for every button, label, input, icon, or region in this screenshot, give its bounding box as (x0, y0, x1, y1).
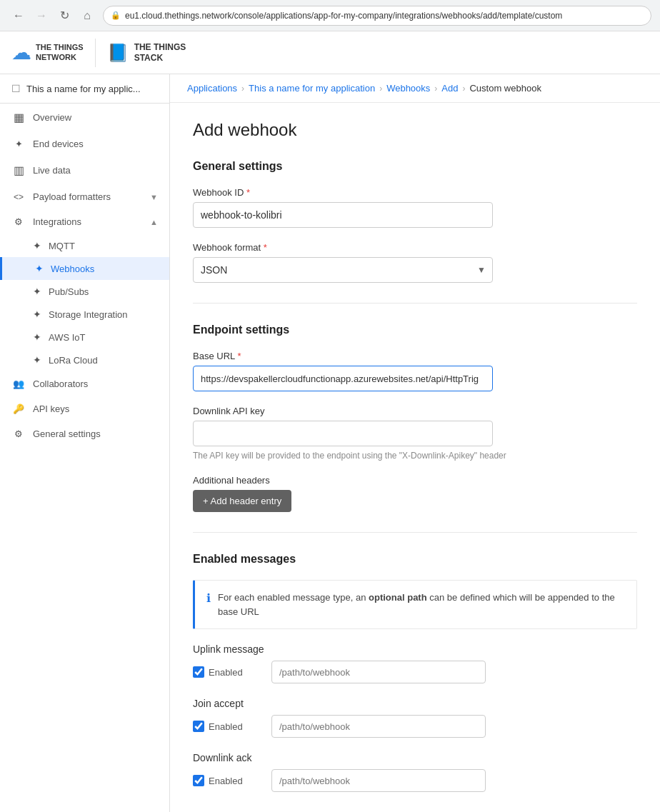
join-accept-enabled-label: Enabled (209, 721, 243, 732)
lock-icon: 🔒 (111, 11, 121, 20)
downlink-api-key-group: Downlink API key The API key will be pro… (193, 406, 637, 461)
sidebar-item-integrations[interactable]: ⚙ Integrations ▲ (0, 209, 169, 234)
integrations-sub-items: ✦ MQTT ✦ Webhooks ✦ Pub/Subs ✦ Storage I… (0, 234, 169, 371)
join-accept-label: Join accept (193, 698, 637, 709)
sidebar-item-overview[interactable]: ▦ Overview (0, 104, 169, 131)
uplink-enabled-checkbox[interactable] (193, 666, 204, 678)
integrations-chevron-icon: ▲ (150, 218, 158, 226)
breadcrumb-current: Custom webhook (469, 83, 541, 94)
sidebar-sub-item-storage-integration[interactable]: ✦ Storage Integration (0, 303, 169, 326)
uplink-enabled-label: Enabled (209, 667, 243, 678)
general-settings-icon: ⚙ (11, 428, 26, 439)
sidebar-payload-label: Payload formatters (33, 191, 111, 202)
join-accept-enabled-checkbox[interactable] (193, 721, 204, 732)
sidebar-item-payload-formatters[interactable]: <> Payload formatters ▼ (0, 184, 169, 209)
reload-button[interactable]: ↻ (54, 6, 74, 26)
url-bar[interactable]: 🔒 eu1.cloud.thethings.network/console/ap… (103, 6, 651, 26)
api-keys-label: API keys (33, 404, 69, 414)
additional-headers-label: Additional headers (193, 475, 637, 486)
webhook-format-select[interactable]: JSON Protocol Buffers (193, 257, 493, 283)
endpoint-settings-title: Endpoint settings (193, 324, 637, 336)
base-url-label: Base URL * (193, 351, 637, 361)
sidebar-sub-item-pubsubs[interactable]: ✦ Pub/Subs (0, 280, 169, 303)
breadcrumb-applications[interactable]: Applications (187, 83, 237, 94)
info-box: ℹ For each enabled message type, an opti… (193, 580, 637, 629)
webhook-id-group: Webhook ID * (193, 187, 637, 228)
sidebar-item-general-settings[interactable]: ⚙ General settings (0, 421, 169, 446)
sidebar-sub-item-webhooks[interactable]: ✦ Webhooks (0, 257, 169, 280)
breadcrumb-sep-1: › (241, 84, 244, 94)
downlink-ack-enabled-label: Enabled (209, 776, 243, 786)
ttn-logo: ☁ THE THINGS NETWORK (11, 41, 84, 64)
sidebar-sub-item-lora-cloud[interactable]: ✦ LoRa Cloud (0, 349, 169, 371)
downlink-ack-path-input[interactable] (271, 769, 486, 792)
sidebar-app-label: This a name for my applic... (26, 84, 141, 94)
sidebar-live-data-label: Live data (33, 165, 71, 176)
webhook-id-label: Webhook ID * (193, 187, 637, 198)
breadcrumb-app-name[interactable]: This a name for my application (249, 83, 375, 94)
base-url-group: Base URL * (193, 351, 637, 391)
overview-icon: ▦ (11, 111, 26, 124)
breadcrumb-sep-4: › (462, 84, 465, 94)
sidebar-item-end-devices[interactable]: ✦ End devices (0, 131, 169, 156)
uplink-message-label: Uplink message (193, 643, 637, 655)
downlink-api-key-hint: The API key will be provided to the endp… (193, 451, 637, 461)
sidebar-item-collaborators[interactable]: 👥 Collaborators (0, 371, 169, 396)
downlink-ack-enabled-checkbox[interactable] (193, 775, 204, 786)
join-accept-enabled-checkbox-wrapper[interactable]: Enabled (193, 721, 264, 732)
back-button[interactable]: ← (9, 6, 29, 26)
webhooks-label: Webhooks (51, 264, 94, 274)
info-box-text: For each enabled message type, an option… (218, 591, 625, 618)
app-body: ☐ This a name for my applic... ▦ Overvie… (0, 74, 660, 812)
mqtt-label: MQTT (49, 241, 75, 251)
forward-button[interactable]: → (31, 6, 51, 26)
sidebar-item-live-data[interactable]: ▥ Live data (0, 156, 169, 184)
uplink-message-group: Uplink message Enabled (193, 643, 637, 683)
sidebar-sub-item-mqtt[interactable]: ✦ MQTT (0, 234, 169, 257)
sidebar-app-item[interactable]: ☐ This a name for my applic... (0, 74, 169, 104)
breadcrumb-add[interactable]: Add (441, 83, 458, 94)
add-header-button[interactable]: + Add header entry (193, 490, 291, 512)
webhook-format-label: Webhook format * (193, 242, 637, 253)
webhook-id-input[interactable] (193, 202, 493, 228)
sidebar-sub-item-aws-iot[interactable]: ✦ AWS IoT (0, 326, 169, 349)
collaborators-label: Collaborators (33, 379, 88, 389)
ttn-logo-text: THE THINGS NETWORK (36, 43, 84, 61)
downlink-ack-group: Downlink ack Enabled (193, 752, 637, 792)
join-accept-row: Enabled (193, 715, 637, 738)
base-url-input[interactable] (193, 366, 493, 391)
join-accept-group: Join accept Enabled (193, 698, 637, 738)
info-icon: ℹ (206, 591, 211, 605)
pubsubs-label: Pub/Subs (49, 286, 89, 297)
home-button[interactable]: ⌂ (77, 6, 97, 26)
webhooks-icon: ✦ (35, 263, 44, 274)
section-divider (193, 303, 637, 304)
uplink-enabled-checkbox-wrapper[interactable]: Enabled (193, 666, 264, 678)
breadcrumb: Applications › This a name for my applic… (170, 74, 660, 103)
join-accept-path-input[interactable] (271, 715, 486, 738)
browser-nav-buttons: ← → ↻ ⌂ (9, 6, 97, 26)
downlink-api-key-input[interactable] (193, 421, 493, 446)
base-url-required: * (237, 351, 241, 361)
page-content: Add webhook General settings Webhook ID … (170, 103, 660, 812)
sidebar: ☐ This a name for my applic... ▦ Overvie… (0, 74, 170, 812)
storage-label: Storage Integration (49, 309, 128, 320)
breadcrumb-webhooks[interactable]: Webhooks (386, 83, 430, 94)
breadcrumb-sep-3: › (434, 84, 437, 94)
downlink-ack-enabled-checkbox-wrapper[interactable]: Enabled (193, 775, 264, 786)
api-keys-icon: 🔑 (11, 404, 26, 414)
sidebar-integrations-label: Integrations (33, 216, 81, 227)
pubsubs-icon: ✦ (33, 286, 41, 297)
url-text: eu1.cloud.thethings.network/console/appl… (125, 11, 562, 21)
tts-logo: 📘 THE THINGS STACK (107, 42, 186, 63)
uplink-path-input[interactable] (271, 661, 486, 683)
payload-formatters-icon: <> (11, 192, 26, 202)
storage-icon: ✦ (33, 309, 41, 320)
sidebar-item-api-keys[interactable]: 🔑 API keys (0, 396, 169, 421)
tts-logo-text: THE THINGS STACK (134, 42, 186, 63)
aws-label: AWS IoT (49, 332, 86, 343)
aws-icon: ✦ (33, 331, 41, 343)
additional-headers-group: Additional headers + Add header entry (193, 475, 637, 512)
end-devices-icon: ✦ (11, 139, 26, 149)
downlink-api-key-label: Downlink API key (193, 406, 637, 416)
